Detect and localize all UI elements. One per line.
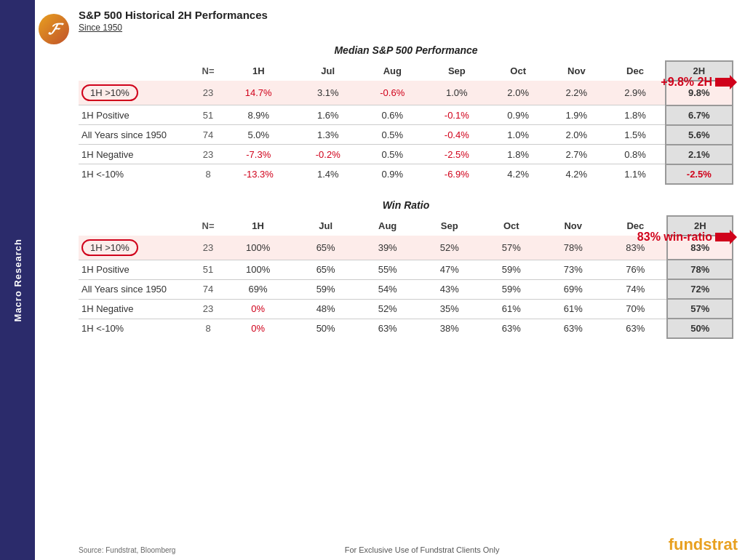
cell-value: -0.2%: [295, 145, 360, 164]
row-n: 51: [195, 260, 221, 279]
cell-value: 1.0%: [489, 125, 547, 145]
cell-value: 52%: [356, 299, 418, 319]
cell-value: 78%: [542, 236, 604, 260]
cell-value: -0.4%: [425, 125, 490, 145]
row-label: 1H Negative: [79, 145, 195, 164]
row-n: 8: [195, 319, 221, 338]
win-ratio-table: N= 1H Jul Aug Sep Oct Nov Dec 2H 1H >10%…: [79, 215, 733, 340]
sidebar-label: Macro Research: [12, 239, 23, 321]
table1-row: 1H Positive518.9%1.6%0.6%-0.1%0.9%1.9%1.…: [79, 105, 733, 125]
cell-value: 2.1%: [666, 145, 733, 164]
sidebar: Macro Research: [0, 0, 35, 560]
report-subtitle: Since 1950: [79, 23, 733, 33]
annotation-83pct-text: 83% win-ratio: [637, 230, 712, 244]
cell-value: 2.0%: [489, 81, 547, 105]
col-1h: 1H: [221, 61, 295, 81]
col-nov2: Nov: [542, 216, 604, 236]
cell-value: 69%: [542, 279, 604, 299]
row-n: 51: [195, 105, 221, 125]
table2-row: All Years since 19507469%59%54%43%59%69%…: [79, 279, 733, 299]
cell-value: 61%: [480, 299, 542, 319]
cell-value: -0.6%: [360, 81, 425, 105]
cell-value: 1.8%: [489, 145, 547, 164]
cell-value: 1.1%: [605, 164, 665, 184]
cell-value: 59%: [480, 260, 542, 279]
svg-marker-0: [715, 75, 737, 89]
cell-value: 2.7%: [547, 145, 605, 164]
row-n: 23: [195, 145, 221, 164]
median-performance-table: N= 1H Jul Aug Sep Oct Nov Dec 2H 1H >10%…: [79, 60, 733, 185]
table2-row: 1H Positive51100%65%55%47%59%73%76%78%: [79, 260, 733, 279]
cell-value: 1.3%: [295, 125, 360, 145]
cell-value: 4.2%: [489, 164, 547, 184]
cell-value: -2.5%: [425, 145, 490, 164]
oval-label: 1H >10%: [81, 239, 138, 256]
cell-value: 74%: [604, 279, 667, 299]
cell-value: 73%: [542, 260, 604, 279]
annotation-9pct-text: +9.8% 2H: [661, 76, 712, 89]
svg-marker-1: [715, 230, 737, 244]
cell-value: 72%: [667, 279, 733, 299]
cell-value: 5.0%: [221, 125, 295, 145]
arrow-icon-2: [715, 230, 737, 244]
col-n2: N=: [195, 216, 221, 236]
col-oct: Oct: [489, 61, 547, 81]
cell-value: -7.3%: [221, 145, 295, 164]
cell-value: -0.1%: [425, 105, 490, 125]
annotation-9pct: +9.8% 2H: [661, 75, 737, 89]
footer: Source: Fundstrat, Bloomberg For Exclusi…: [79, 535, 738, 554]
cell-value: 78%: [667, 260, 733, 279]
cell-value: 50%: [667, 319, 733, 338]
cell-value: 50%: [295, 319, 356, 338]
cell-value: 1.9%: [547, 105, 605, 125]
cell-value: -6.9%: [425, 164, 490, 184]
cell-value: -2.5%: [666, 164, 733, 184]
brand-fund: fund: [669, 535, 704, 553]
cell-value: 55%: [356, 260, 418, 279]
table1-title: Median S&P 500 Performance: [79, 44, 733, 56]
cell-value: 63%: [604, 319, 667, 338]
cell-value: 35%: [418, 299, 480, 319]
cell-value: 0.5%: [360, 145, 425, 164]
cell-value: 57%: [667, 299, 733, 319]
cell-value: 0.8%: [605, 145, 665, 164]
col-1h2: 1H: [221, 216, 295, 236]
row-label: All Years since 1950: [79, 125, 195, 145]
cell-value: 0.9%: [360, 164, 425, 184]
cell-value: 69%: [221, 279, 295, 299]
row-label: 1H Negative: [79, 299, 195, 319]
annotation-83pct: 83% win-ratio: [637, 230, 737, 244]
col-aug2: Aug: [356, 216, 418, 236]
cell-value: 1.4%: [295, 164, 360, 184]
table2-row: 1H <-10%80%50%63%38%63%63%63%50%: [79, 319, 733, 338]
table1-row: 1H >10%2314.7%3.1%-0.6%1.0%2.0%2.2%2.9%9…: [79, 81, 733, 105]
row-n: 74: [195, 279, 221, 299]
footer-exclusive: For Exclusive Use of Fundstrat Clients O…: [175, 545, 668, 554]
cell-value: 47%: [418, 260, 480, 279]
cell-value: 0%: [221, 299, 295, 319]
cell-value: 52%: [418, 236, 480, 260]
cell-value: 38%: [418, 319, 480, 338]
row-label: 1H >10%: [79, 81, 195, 105]
table1-row: All Years since 1950745.0%1.3%0.5%-0.4%1…: [79, 125, 733, 145]
row-n: 23: [195, 81, 221, 105]
cell-value: 8.9%: [221, 105, 295, 125]
col-oct2: Oct: [480, 216, 542, 236]
cell-value: 100%: [221, 236, 295, 260]
cell-value: 59%: [295, 279, 356, 299]
col-label: [79, 61, 195, 81]
table2-section: Win Ratio N= 1H Jul Aug Sep Oct Nov Dec …: [79, 199, 733, 340]
table2-row: 1H >10%23100%65%39%52%57%78%83%83%: [79, 236, 733, 260]
cell-value: 6.7%: [666, 105, 733, 125]
cell-value: 1.0%: [425, 81, 490, 105]
row-label: 1H <-10%: [79, 319, 195, 338]
cell-value: 1.8%: [605, 105, 665, 125]
cell-value: 2.9%: [605, 81, 665, 105]
cell-value: 63%: [542, 319, 604, 338]
cell-value: 0.9%: [489, 105, 547, 125]
col-dec: Dec: [605, 61, 665, 81]
cell-value: 61%: [542, 299, 604, 319]
report-title: S&P 500 Historical 2H Performances: [79, 9, 733, 21]
oval-label: 1H >10%: [81, 84, 138, 101]
col-sep2: Sep: [418, 216, 480, 236]
